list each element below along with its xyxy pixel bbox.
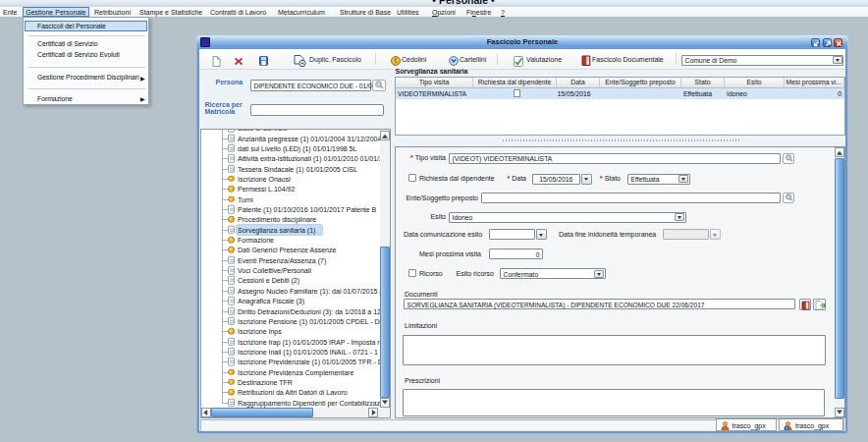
- svg-text:i: i: [786, 425, 787, 430]
- svg-text:€: €: [394, 57, 398, 64]
